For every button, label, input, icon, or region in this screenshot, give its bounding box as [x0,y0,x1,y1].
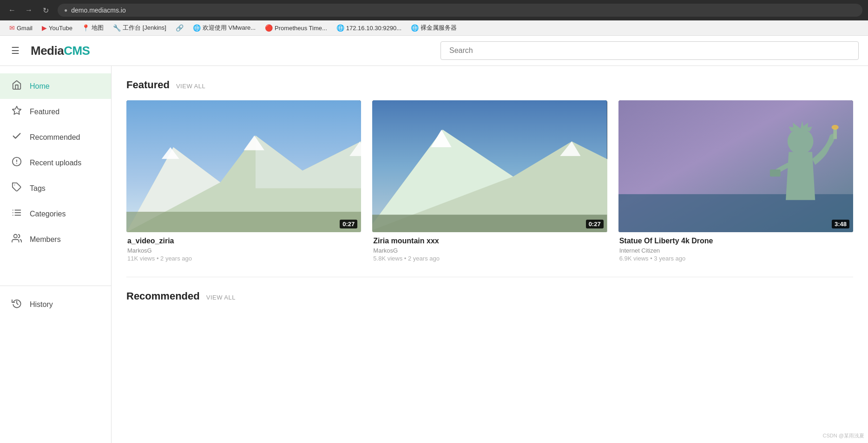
video-duration-1: 0:27 [340,220,357,228]
recommended-section-heading: Recommended VIEW ALL [126,290,853,302]
sidebar-label-home: Home [30,82,50,91]
svg-rect-38 [770,169,781,176]
sidebar-item-recent-uploads[interactable]: Recent uploads [0,150,111,176]
mountain2-thumbnail [372,100,607,232]
bookmark-maps[interactable]: 📍 地图 [78,22,107,33]
bookmark-vmware[interactable]: 🌐 欢迎使用 VMware... [189,22,259,33]
history-icon [11,298,22,311]
recommended-view-all[interactable]: VIEW ALL [206,294,236,301]
bookmark-prometheus[interactable]: 🔴 Prometheus Time... [261,23,331,33]
bookmark-label: 裸金属服务器 [421,24,457,32]
statue-thumbnail [618,100,853,232]
ip-icon: 🌐 [336,24,344,32]
url-text: demo.mediacms.io [71,7,126,14]
sidebar-label-members: Members [30,235,61,244]
video-meta-3: 6.9K views • 3 years ago [619,255,852,262]
vmware-icon: 🌐 [193,24,201,32]
sidebar-label-featured: Featured [30,108,59,116]
bookmark-label: Prometheus Time... [275,25,327,32]
sidebar-label-tags: Tags [30,184,46,193]
sidebar-item-home[interactable]: Home [0,73,111,99]
logo-cms: CMS [64,44,90,58]
search-input[interactable] [441,41,859,60]
metal-icon: 🌐 [411,24,419,32]
sidebar-item-categories[interactable]: Categories [0,201,111,227]
back-button[interactable]: ← [6,4,19,17]
sidebar-item-tags[interactable]: Tags [0,176,111,201]
bookmark-label: 工作台 [Jenkins] [123,24,166,32]
sidebar-label-categories: Categories [30,210,66,218]
alert-icon [11,156,22,169]
watermark: CSDN @某雨浅夏 [823,432,864,439]
ext-icon: 🔗 [176,24,184,32]
forward-button[interactable]: → [22,4,35,17]
app-header: ☰ MediaCMS [0,36,868,66]
members-icon [11,233,22,246]
video-separator-2: • [404,255,408,262]
video-meta-1: 11K views • 2 years ago [127,255,360,262]
video-author-3: Internet Citizen [619,247,852,254]
sidebar: Home Featured Recommended [0,66,112,443]
bookmark-ip[interactable]: 🌐 172.16.10.30:9290... [333,23,405,33]
categories-icon [11,208,22,220]
video-age-2: 2 years ago [408,255,440,262]
jenkins-icon: 🔧 [113,24,121,32]
video-info-1: a_video_ziria MarkosG 11K views • 2 year… [126,232,361,262]
bookmark-label: Gmail [17,25,33,32]
featured-title: Featured [126,79,170,91]
bookmark-label: 地图 [92,24,104,32]
sidebar-item-featured[interactable]: Featured [0,99,111,124]
sidebar-item-members[interactable]: Members [0,227,111,252]
content-area: Featured VIEW ALL [112,66,868,443]
video-title-3: Statue Of Liberty 4k Drone [619,237,852,245]
gmail-icon: ✉ [9,24,15,32]
video-age-3: 3 years ago [654,255,685,262]
featured-view-all[interactable]: VIEW ALL [176,83,205,90]
svg-rect-34 [795,134,806,147]
sidebar-label-history: History [30,300,53,309]
sidebar-label-recommended: Recommended [30,133,80,142]
video-meta-2: 5.8K views • 2 years ago [373,255,606,262]
video-author-2: MarkosG [373,247,606,254]
video-duration-3: 3:48 [832,220,849,228]
video-thumb-wrap-2: 0:27 [372,100,607,232]
video-card-3[interactable]: 3:48 Statue Of Liberty 4k Drone Internet… [618,100,853,262]
video-views-3: 6.9K views [619,255,649,262]
video-separator-1: • [157,255,160,262]
youtube-icon: ▶ [42,24,47,32]
video-card-2[interactable]: 0:27 Ziria mountain xxx MarkosG 5.8K vie… [372,100,607,262]
svg-rect-25 [372,215,607,232]
svg-point-37 [831,125,838,130]
bookmark-metal[interactable]: 🌐 裸金属服务器 [407,22,460,33]
recommended-title: Recommended [126,290,200,302]
video-author-1: MarkosG [127,247,360,254]
bookmark-gmail[interactable]: ✉ Gmail [6,23,36,33]
video-card-1[interactable]: 0:27 a_video_ziria MarkosG 11K views • 2… [126,100,361,262]
video-info-3: Statue Of Liberty 4k Drone Internet Citi… [618,232,853,262]
sidebar-item-history[interactable]: History [0,292,111,317]
sidebar-label-recent-uploads: Recent uploads [30,159,81,167]
bookmark-label: 172.16.10.30:9290... [346,25,401,32]
video-info-2: Ziria mountain xxx MarkosG 5.8K views • … [372,232,607,262]
bookmarks-bar: ✉ Gmail ▶ YouTube 📍 地图 🔧 工作台 [Jenkins] 🔗… [0,20,868,36]
sidebar-item-recommended[interactable]: Recommended [0,124,111,150]
bookmark-youtube[interactable]: ▶ YouTube [38,23,76,33]
svg-rect-36 [833,129,837,139]
reload-button[interactable]: ↻ [39,4,52,17]
svg-point-11 [14,235,17,238]
svg-rect-35 [798,146,802,152]
hamburger-button[interactable]: ☰ [9,43,21,58]
logo-media: Media [31,44,64,58]
browser-chrome: ← → ↻ ● demo.mediacms.io [0,0,868,20]
maps-icon: 📍 [82,24,90,32]
address-bar[interactable]: ● demo.mediacms.io [58,4,862,17]
bookmark-jenkins[interactable]: 🔧 工作台 [Jenkins] [109,22,170,33]
prometheus-icon: 🔴 [265,24,273,32]
home-icon [11,80,22,92]
video-thumb-wrap-1: 0:27 [126,100,361,232]
browser-nav-buttons: ← → ↻ [6,4,52,17]
star-icon [11,105,22,118]
bookmark-ext[interactable]: 🔗 [172,23,187,33]
app-logo: MediaCMS [31,44,90,58]
section-divider [126,277,853,277]
